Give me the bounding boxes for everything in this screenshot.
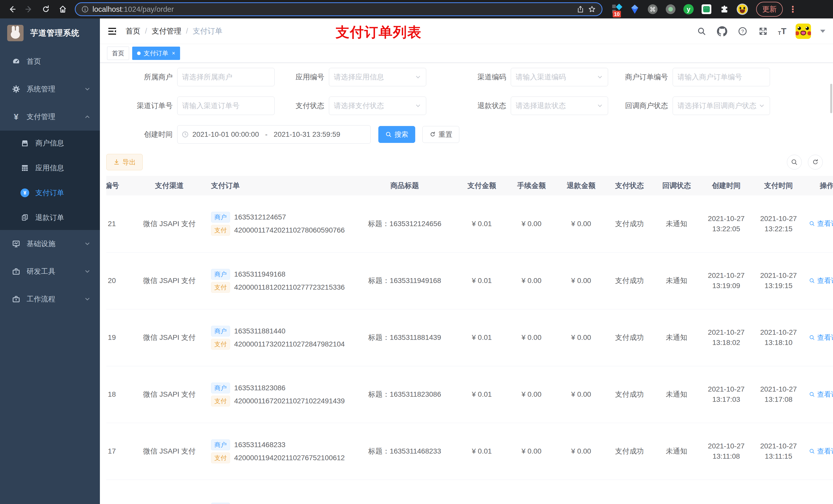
document-copy-icon (21, 213, 29, 222)
vertical-scrollbar-thumb[interactable] (830, 84, 832, 113)
browser-menu-icon[interactable]: ⋮ (788, 4, 797, 14)
filter-row-1: 所属商户 应用编号 请选择应用信息 渠道编码 请输入渠道编码 商户订单编号 (106, 68, 833, 86)
merchant-tag: 商户 (211, 212, 230, 222)
channel-code-select[interactable]: 请输入渠道编码 (511, 68, 608, 86)
view-detail-link[interactable]: 查看详情 (809, 390, 833, 399)
avatar-caret-icon[interactable] (820, 30, 825, 33)
breadcrumb-current: 支付订单 (193, 26, 222, 37)
browser-back-button[interactable] (5, 2, 20, 17)
table-row-partial: 商户1635311435786 (106, 480, 833, 504)
merchant-tag: 商户 (211, 269, 230, 280)
user-avatar[interactable] (795, 24, 811, 39)
address-bar[interactable]: localhost:1024/pay/order (75, 2, 602, 16)
sidebar-item-system[interactable]: 系统管理 (0, 75, 100, 103)
extension-kite-icon[interactable] (629, 4, 640, 15)
sidebar-item-merchant-info[interactable]: 商户信息 (0, 130, 100, 155)
chevron-down-icon (84, 296, 91, 303)
sidebar-item-home[interactable]: 首页 (0, 48, 100, 75)
col-order: 支付订单 (206, 176, 353, 195)
download-icon (113, 159, 120, 165)
sidebar-fold-icon[interactable] (107, 26, 117, 37)
search-button[interactable]: 搜索 (378, 126, 415, 143)
sidebar-item-app-info[interactable]: 应用信息 (0, 155, 100, 180)
content: 所属商户 应用编号 请选择应用信息 渠道编码 请输入渠道编码 商户订单编号 (100, 63, 833, 504)
view-detail-link[interactable]: 查看详情 (809, 219, 833, 228)
extension-record-icon[interactable] (665, 4, 676, 15)
filter-row-3: 创建时间 2021-10-01 00:00:00 - 2021-10-31 23… (106, 125, 833, 144)
browser-toolbar: localhost:1024/pay/order 10 y 更新 ⋮ (0, 0, 833, 19)
browser-reload-button[interactable] (39, 2, 53, 17)
header-search-icon[interactable] (696, 26, 707, 37)
notify-status-select[interactable]: 请选择订单回调商户状态 (673, 97, 770, 115)
refresh-icon (429, 131, 436, 138)
col-refund: 退款金额 (556, 176, 606, 195)
sidebar-item-infra[interactable]: 基础设施 (0, 230, 100, 258)
sidebar-item-refund-order[interactable]: 退款订单 (0, 205, 100, 230)
briefcase-icon (12, 295, 21, 304)
sidebar-item-workflow[interactable]: 工作流程 (0, 285, 100, 313)
tab-close-icon[interactable]: × (172, 50, 175, 56)
merchant-order-no-input[interactable] (673, 68, 770, 86)
page-title: 支付订单列表 (336, 23, 422, 42)
share-icon[interactable] (577, 5, 584, 13)
view-detail-link[interactable]: 查看详情 (809, 276, 833, 285)
merchant-input[interactable] (177, 68, 275, 86)
create-time-range-picker[interactable]: 2021-10-01 00:00:00 - 2021-10-31 23:59:5… (177, 125, 371, 144)
pay-tag: 支付 (211, 396, 230, 406)
svg-text:?: ? (741, 28, 744, 34)
font-size-icon[interactable]: TT (778, 26, 786, 36)
toggle-search-button[interactable] (787, 155, 802, 170)
app-select[interactable]: 请选择应用信息 (329, 68, 426, 86)
filter-label-merchant-order-no: 商户订单编号 (608, 72, 669, 82)
export-button[interactable]: 导出 (106, 154, 143, 170)
app-title: 芋道管理系统 (30, 28, 79, 39)
chevron-down-icon (597, 102, 603, 109)
sidebar-item-pay[interactable]: ¥ 支付管理 (0, 103, 100, 130)
table-row: 18 微信 JSAPI 支付 商户1635311823086 支付4200001… (106, 366, 833, 423)
yen-icon: ¥ (12, 113, 21, 121)
reset-button[interactable]: 重置 (422, 126, 459, 143)
extensions-puzzle-icon[interactable] (719, 4, 730, 15)
monitor-icon (12, 239, 21, 248)
col-title: 商品标题 (353, 176, 457, 195)
site-info-icon[interactable] (81, 5, 89, 13)
breadcrumb-home[interactable]: 首页 (125, 26, 140, 37)
view-detail-link[interactable]: 查看详情 (809, 333, 833, 342)
table-row: 17 微信 JSAPI 支付 商户1635311468233 支付4200001… (106, 423, 833, 480)
col-actions: 操作 (805, 176, 833, 195)
breadcrumb-pay[interactable]: 支付管理 (152, 26, 181, 37)
chevron-up-icon (84, 114, 91, 120)
bookmark-star-icon[interactable] (588, 5, 596, 13)
search-icon (809, 391, 815, 398)
extension-y-icon[interactable]: y (683, 4, 694, 15)
merchant-tag: 商户 (211, 503, 230, 504)
tab-home[interactable]: 首页 (107, 47, 129, 60)
refund-status-select[interactable]: 请选择退款状态 (511, 97, 608, 115)
tab-pay-order[interactable]: 支付订单 × (132, 47, 180, 60)
filter-label-app: 应用编号 (275, 72, 325, 82)
extension-chat-icon[interactable] (701, 4, 712, 15)
help-icon[interactable]: ? (737, 26, 748, 37)
filter-label-channel-code: 渠道编码 (426, 72, 507, 82)
sidebar-item-devtool[interactable]: 研发工具 (0, 258, 100, 285)
channel-order-no-input[interactable] (177, 97, 275, 115)
pay-status-select[interactable]: 请选择支付状态 (329, 97, 426, 115)
browser-forward-button[interactable] (22, 2, 37, 17)
extension-grid-icon[interactable]: 10 (611, 4, 622, 15)
chevron-down-icon (84, 268, 91, 275)
browser-update-button[interactable]: 更新 (756, 2, 783, 17)
url-text: localhost:1024/pay/order (93, 5, 174, 14)
app-logo-row[interactable]: 芋道管理系统 (0, 19, 100, 48)
profile-avatar[interactable] (737, 4, 748, 15)
gear-icon (12, 85, 21, 94)
refresh-table-button[interactable] (808, 155, 823, 170)
sidebar-item-pay-order[interactable]: ¥ 支付订单 (0, 180, 100, 205)
home-icon (58, 5, 67, 14)
browser-home-button[interactable] (55, 2, 70, 17)
refresh-icon (812, 159, 819, 166)
extension-command-icon[interactable] (647, 4, 658, 15)
github-icon[interactable] (716, 26, 728, 37)
view-detail-link[interactable]: 查看详情 (809, 447, 833, 456)
fullscreen-icon[interactable] (757, 26, 769, 37)
chevron-down-icon (84, 86, 91, 93)
